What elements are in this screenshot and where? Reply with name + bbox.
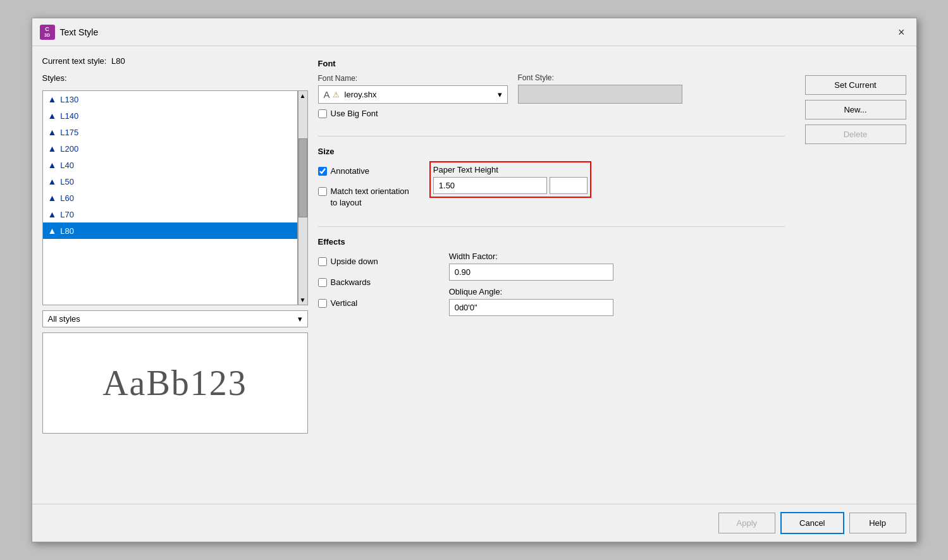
left-panel: Current text style: L80 Styles: ▲ L130 ▲…: [42, 56, 308, 494]
cancel-button[interactable]: Cancel: [780, 512, 844, 534]
style-icon: ▲: [48, 226, 57, 236]
center-panel: Font Font Name: A ⚠ leroy.shx ▾: [318, 56, 795, 494]
paper-text-height-input[interactable]: [433, 177, 547, 194]
preview-text: AaBb123: [102, 363, 247, 403]
styles-section-label: Styles:: [42, 73, 308, 83]
chevron-down-icon: ▾: [498, 90, 502, 99]
backwards-row: Backwards: [318, 277, 378, 287]
font-name-value: leroy.shx: [345, 90, 377, 99]
apply-button[interactable]: Apply: [718, 513, 776, 533]
vertical-row: Vertical: [318, 298, 378, 308]
annotative-label[interactable]: Annotative: [331, 166, 369, 176]
paper-text-height-label: Paper Text Height: [433, 165, 588, 174]
oblique-angle-label: Oblique Angle:: [449, 287, 613, 296]
dialog-footer: Apply Cancel Help: [32, 504, 916, 542]
current-style-label: Current text style:: [42, 56, 107, 66]
title-bar: Text Style C3D Text Style ×: [32, 18, 916, 46]
list-item[interactable]: ▲ L50: [43, 173, 297, 190]
paper-text-height-group: Paper Text Height: [429, 161, 591, 198]
font-name-group: Font Name: A ⚠ leroy.shx ▾: [318, 74, 508, 104]
all-styles-label: All styles: [48, 314, 80, 324]
paper-text-height-extra-input[interactable]: [550, 177, 588, 194]
oblique-angle-group: Oblique Angle:: [449, 287, 613, 316]
font-glyph-icon: A: [324, 89, 330, 100]
list-item[interactable]: ▲ L200: [43, 140, 297, 157]
list-item[interactable]: ▲ L130: [43, 91, 297, 107]
warning-icon: ⚠: [333, 90, 340, 99]
style-icon: ▲: [48, 127, 57, 137]
set-current-button[interactable]: Set Current: [805, 75, 906, 95]
help-button[interactable]: Help: [849, 513, 906, 533]
paper-text-height-highlighted: Paper Text Height: [429, 161, 591, 198]
list-item[interactable]: ▲ L60: [43, 190, 297, 206]
upside-down-checkbox[interactable]: [318, 257, 327, 266]
list-item[interactable]: ▲ L40: [43, 157, 297, 173]
app-icon: Text Style C3D: [40, 25, 55, 40]
match-orientation-row: Match text orientationto layout: [318, 186, 409, 209]
font-section-label: Font: [318, 59, 785, 68]
dialog-title: Text Style: [60, 27, 894, 37]
all-styles-dropdown[interactable]: All styles ▾: [42, 310, 308, 327]
match-orientation-checkbox[interactable]: [318, 187, 327, 196]
width-factor-input[interactable]: [449, 264, 613, 281]
annotative-checkbox[interactable]: [318, 167, 327, 176]
style-icon: ▲: [48, 111, 57, 121]
upside-down-row: Upside down: [318, 257, 378, 266]
list-item[interactable]: ▲ L70: [43, 206, 297, 222]
font-row: Font Name: A ⚠ leroy.shx ▾ Font Style:: [318, 73, 785, 104]
style-icon: ▲: [48, 143, 57, 154]
size-row: Annotative Match text orientationto layo…: [318, 161, 785, 209]
match-orientation-label[interactable]: Match text orientationto layout: [331, 186, 409, 209]
use-big-font-checkbox[interactable]: [318, 109, 327, 118]
upside-down-label[interactable]: Upside down: [331, 257, 378, 266]
style-icon: ▲: [48, 160, 57, 170]
scroll-down-icon[interactable]: ▼: [300, 296, 306, 303]
buttons-panel: Set Current New... Delete: [805, 56, 906, 494]
effects-row: Upside down Backwards Vertical: [318, 252, 785, 316]
current-style-row: Current text style: L80: [42, 56, 308, 66]
font-style-group: Font Style:: [518, 73, 682, 104]
font-icon: A ⚠ leroy.shx: [324, 89, 377, 100]
width-factor-label: Width Factor:: [449, 252, 613, 261]
vertical-checkbox[interactable]: [318, 299, 327, 308]
delete-button[interactable]: Delete: [805, 125, 906, 144]
scroll-up-icon[interactable]: ▲: [300, 92, 306, 99]
new-button[interactable]: New...: [805, 100, 906, 119]
backwards-label[interactable]: Backwards: [331, 277, 371, 287]
effects-right: Width Factor: Oblique Angle:: [449, 252, 613, 316]
font-name-label: Font Name:: [318, 74, 508, 83]
chevron-down-icon: ▾: [298, 314, 302, 324]
width-factor-group: Width Factor:: [449, 252, 613, 281]
list-item-selected[interactable]: ▲ L80: [43, 222, 297, 239]
size-section-label: Size: [318, 147, 785, 156]
style-icon: ▲: [48, 176, 57, 186]
dialog-body: Current text style: L80 Styles: ▲ L130 ▲…: [32, 46, 916, 504]
style-icon: ▲: [48, 209, 57, 219]
font-section: Font Font Name: A ⚠ leroy.shx ▾: [318, 56, 785, 118]
vertical-label[interactable]: Vertical: [331, 298, 358, 308]
use-big-font-row: Use Big Font: [318, 109, 785, 118]
style-icon: ▲: [48, 193, 57, 203]
styles-list-wrapper: ▲ L130 ▲ L140 ▲ L175 ▲ L: [42, 90, 308, 305]
styles-list-container[interactable]: ▲ L130 ▲ L140 ▲ L175 ▲ L: [42, 90, 298, 305]
list-item[interactable]: ▲ L140: [43, 107, 297, 124]
preview-box: AaBb123: [42, 332, 308, 434]
style-icon: ▲: [48, 94, 57, 104]
current-style-value: L80: [111, 56, 125, 66]
list-item[interactable]: ▲ L175: [43, 124, 297, 140]
backwards-checkbox[interactable]: [318, 278, 327, 287]
effects-left: Upside down Backwards Vertical: [318, 252, 378, 316]
size-left: Annotative Match text orientationto layo…: [318, 161, 409, 209]
font-style-label: Font Style:: [518, 73, 682, 82]
text-style-dialog: Text Style C3D Text Style × Current text…: [32, 18, 917, 542]
use-big-font-label[interactable]: Use Big Font: [331, 109, 378, 118]
font-style-dropdown[interactable]: [518, 85, 682, 104]
annotative-row: Annotative: [318, 166, 409, 176]
font-name-dropdown[interactable]: A ⚠ leroy.shx ▾: [318, 85, 508, 104]
paper-text-height-inputs: [433, 177, 588, 194]
close-button[interactable]: ×: [894, 25, 909, 39]
styles-list: ▲ L130 ▲ L140 ▲ L175 ▲ L: [43, 91, 297, 239]
oblique-angle-input[interactable]: [449, 299, 613, 316]
effects-section-label: Effects: [318, 237, 785, 247]
scrollbar[interactable]: ▲ ▼: [298, 90, 308, 305]
